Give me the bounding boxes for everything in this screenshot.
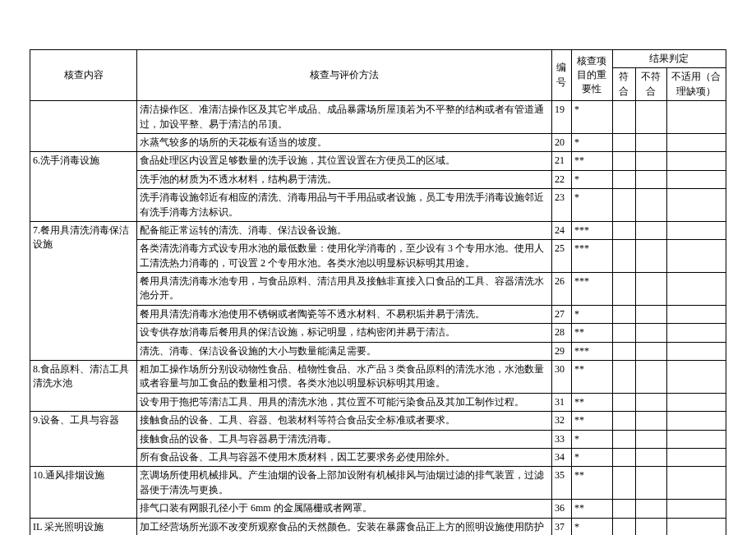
nonconform-cell — [635, 393, 666, 411]
conform-cell — [612, 221, 635, 239]
number-cell: 32 — [551, 412, 571, 430]
conform-cell — [612, 273, 635, 306]
section-title: IL 采光照明设施 — [30, 518, 137, 535]
hdr-imp: 核查项目的重要性 — [571, 50, 612, 101]
conform-cell — [612, 240, 635, 273]
table-row: 清洁操作区、准清洁操作区及其它半成品、成品暴露场所屋顶若为不平整的结构或者有管道… — [30, 101, 726, 134]
na-cell — [666, 500, 726, 518]
conform-cell — [612, 467, 635, 500]
na-cell — [666, 361, 726, 394]
importance-cell: *** — [571, 221, 612, 239]
number-cell: 20 — [551, 133, 571, 151]
number-cell: 23 — [551, 189, 571, 222]
conform-cell — [612, 189, 635, 222]
section-title: 6.洗手消毒设施 — [30, 152, 137, 222]
section-title: 9.设备、工具与容器 — [30, 412, 137, 467]
number-cell: 19 — [551, 101, 571, 134]
table-row: 7.餐用具清洗消毒保洁设施配备能正常运转的清洗、消毒、保洁设备设施。24*** — [30, 221, 726, 239]
number-cell: 26 — [551, 273, 571, 306]
na-cell — [666, 430, 726, 448]
conform-cell — [612, 324, 635, 342]
number-cell: 33 — [551, 430, 571, 448]
nonconform-cell — [635, 170, 666, 188]
importance-cell: * — [571, 170, 612, 188]
number-cell: 28 — [551, 324, 571, 342]
number-cell: 25 — [551, 240, 571, 273]
method-cell: 水蒸气较多的场所的天花板有适当的坡度。 — [137, 133, 552, 151]
na-cell — [666, 170, 726, 188]
method-cell: 餐用具清洗消毒水池专用，与食品原料、清洁用具及接触非直接入口食品的工具、容器清洗… — [137, 273, 552, 306]
method-cell: 接触食品的设备、工具、容器、包装材料等符合食品安全标准或者要求。 — [137, 412, 552, 430]
na-cell — [666, 448, 726, 466]
nonconform-cell — [635, 273, 666, 306]
table-row: IL 采光照明设施加工经营场所光源不改变所观察食品的天然颜色。安装在暴露食品正上… — [30, 518, 726, 535]
conform-cell — [612, 101, 635, 134]
section-title: 10.通风排烟设施 — [30, 467, 137, 518]
nonconform-cell — [635, 133, 666, 151]
hdr-method: 核查与评价方法 — [137, 50, 552, 101]
na-cell — [666, 393, 726, 411]
importance-cell: * — [571, 101, 612, 134]
na-cell — [666, 101, 726, 134]
section-title: 7.餐用具清洗消毒保洁设施 — [30, 221, 137, 360]
method-cell: 清洗、消毒、保洁设备设施的大小与数量能满足需要。 — [137, 342, 552, 360]
nonconform-cell — [635, 361, 666, 394]
na-cell — [666, 518, 726, 535]
conform-cell — [612, 518, 635, 535]
table-row: 8.食品原料、清洁工具清洗水池粗加工操作场所分别设动物性食品、植物性食品、水产品… — [30, 361, 726, 394]
importance-cell: ** — [571, 393, 612, 411]
number-cell: 31 — [551, 393, 571, 411]
inspection-table: 核查内容 核查与评价方法 编号 核查项目的重要性 结果判定 符合 不符合 不适用… — [30, 49, 726, 535]
nonconform-cell — [635, 101, 666, 134]
method-cell: 排气口装有网眼孔径小于 6mm 的金属隔栅或者网罩。 — [137, 500, 552, 518]
na-cell — [666, 189, 726, 222]
nonconform-cell — [635, 152, 666, 170]
conform-cell — [612, 342, 635, 360]
na-cell — [666, 324, 726, 342]
conform-cell — [612, 152, 635, 170]
method-cell: 烹调场所使用机械排风。产生油烟的设备上部加设附有机械排风与油烟过滤的排气装置，过… — [137, 467, 552, 500]
table-body: 清洁操作区、准清洁操作区及其它半成品、成品暴露场所屋顶若为不平整的结构或者有管道… — [30, 101, 726, 535]
method-cell: 粗加工操作场所分别设动物性食品、植物性食品、水产品 3 类食品原料的清洗水池，水… — [137, 361, 552, 394]
nonconform-cell — [635, 240, 666, 273]
number-cell: 29 — [551, 342, 571, 360]
na-cell — [666, 240, 726, 273]
conform-cell — [612, 500, 635, 518]
conform-cell — [612, 448, 635, 466]
method-cell: 各类清洗消毒方式设专用水池的最低数量：使用化学消毒的，至少设有 3 个专用水池。… — [137, 240, 552, 273]
method-cell: 配备能正常运转的清洗、消毒、保洁设备设施。 — [137, 221, 552, 239]
number-cell: 21 — [551, 152, 571, 170]
hdr-nonconform: 不符合 — [635, 68, 666, 101]
number-cell: 36 — [551, 500, 571, 518]
hdr-result: 结果判定 — [612, 50, 726, 68]
importance-cell: * — [571, 133, 612, 151]
na-cell — [666, 133, 726, 151]
method-cell: 所有食品设备、工具与容器不使用木质材料，因工艺要求务必使用除外。 — [137, 448, 552, 466]
nonconform-cell — [635, 324, 666, 342]
nonconform-cell — [635, 518, 666, 535]
method-cell: 接触食品的设备、工具与容器易于清洗消毒。 — [137, 430, 552, 448]
nonconform-cell — [635, 305, 666, 323]
importance-cell: * — [571, 430, 612, 448]
nonconform-cell — [635, 412, 666, 430]
importance-cell: ** — [571, 500, 612, 518]
importance-cell: ** — [571, 467, 612, 500]
conform-cell — [612, 170, 635, 188]
nonconform-cell — [635, 500, 666, 518]
conform-cell — [612, 430, 635, 448]
method-cell: 加工经营场所光源不改变所观察食品的天然颜色。安装在暴露食品正上方的照明设施使用防… — [137, 518, 552, 535]
importance-cell: * — [571, 189, 612, 222]
importance-cell: ** — [571, 152, 612, 170]
method-cell: 食品处理区内设置足够数量的洗手设施，其位置设置在方便员工的区域。 — [137, 152, 552, 170]
method-cell: 餐用具清洗消毒水池使用不锈钢或者陶瓷等不透水材料、不易积垢并易于清洗。 — [137, 305, 552, 323]
method-cell: 洗手消毒设施邻近有相应的清洗、消毒用品与干手用品或者设施，员工专用洗手消毒设施邻… — [137, 189, 552, 222]
section-title — [30, 101, 137, 152]
nonconform-cell — [635, 467, 666, 500]
importance-cell: * — [571, 448, 612, 466]
importance-cell: * — [571, 518, 612, 535]
method-cell: 设专用于拖把等清洁工具、用具的清洗水池，其位置不可能污染食品及其加工制作过程。 — [137, 393, 552, 411]
importance-cell: *** — [571, 342, 612, 360]
nonconform-cell — [635, 448, 666, 466]
hdr-conform: 符合 — [612, 68, 635, 101]
importance-cell: ** — [571, 324, 612, 342]
